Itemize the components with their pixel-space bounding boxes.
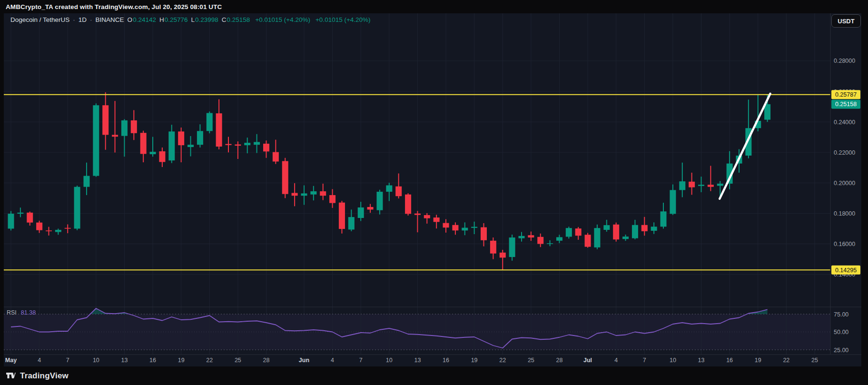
candle[interactable]	[367, 204, 374, 213]
candle[interactable]	[121, 119, 128, 157]
candle[interactable]	[613, 223, 619, 242]
candle[interactable]	[74, 186, 80, 230]
candle[interactable]	[547, 240, 553, 246]
candle[interactable]	[679, 163, 685, 197]
candle[interactable]	[745, 99, 751, 158]
candle[interactable]	[594, 225, 600, 249]
candle[interactable]	[46, 227, 52, 236]
time-axis-label: 16	[443, 357, 449, 364]
candle[interactable]	[424, 213, 430, 224]
candle[interactable]	[481, 223, 487, 247]
candle[interactable]	[518, 232, 524, 242]
candle[interactable]	[462, 222, 468, 235]
candle[interactable]	[8, 211, 14, 231]
candle[interactable]	[178, 128, 184, 162]
candle[interactable]	[348, 209, 355, 231]
footer-bar: TradingView	[0, 366, 868, 385]
candle[interactable]	[140, 131, 147, 162]
candle[interactable]	[17, 207, 23, 217]
candle[interactable]	[537, 234, 543, 247]
candle[interactable]	[55, 228, 61, 235]
candle[interactable]	[500, 250, 506, 270]
candle[interactable]	[395, 173, 402, 198]
candle[interactable]	[244, 138, 250, 153]
candle[interactable]	[301, 185, 307, 205]
candle[interactable]	[708, 166, 714, 191]
chart-canvas[interactable]: 0.280000.260000.240000.220000.200000.180…	[0, 0, 868, 385]
svg-text:0.14295: 0.14295	[835, 267, 857, 274]
candle[interactable]	[292, 183, 298, 206]
candle[interactable]	[632, 220, 638, 239]
candle[interactable]	[254, 134, 260, 153]
candle[interactable]	[575, 227, 582, 240]
time-axis-label: Jun	[299, 357, 309, 364]
candle[interactable]	[197, 124, 203, 148]
candle[interactable]	[603, 220, 610, 232]
candle[interactable]	[414, 211, 421, 232]
candle[interactable]	[698, 177, 704, 192]
candle[interactable]	[310, 186, 316, 200]
time-axis-label: 10	[386, 357, 393, 364]
candle[interactable]	[159, 148, 165, 167]
candle[interactable]	[235, 141, 241, 159]
symbol-name[interactable]: Dogecoin / TetherUS	[10, 16, 69, 23]
candle[interactable]	[556, 235, 562, 243]
candle[interactable]	[216, 99, 222, 149]
candle[interactable]	[207, 111, 213, 133]
candle[interactable]	[36, 221, 42, 233]
candle[interactable]	[509, 235, 515, 261]
candle[interactable]	[329, 189, 335, 207]
candle[interactable]	[339, 201, 345, 234]
candle[interactable]	[585, 233, 591, 247]
candle[interactable]	[102, 92, 108, 150]
time-axis-label: 25	[528, 357, 534, 364]
time-axis-label: 25	[235, 357, 241, 364]
candle[interactable]	[443, 219, 449, 233]
time-axis[interactable]: May4710131619222528Jun4710131619222528Ju…	[5, 357, 818, 364]
candle[interactable]	[386, 183, 392, 201]
candle[interactable]	[320, 184, 326, 200]
candle[interactable]	[358, 202, 364, 221]
candle[interactable]	[434, 215, 440, 228]
candle[interactable]	[641, 217, 648, 236]
candle[interactable]	[471, 222, 477, 234]
candle[interactable]	[689, 173, 695, 195]
rsi-legend[interactable]: RSI 81.38	[7, 309, 36, 316]
candle[interactable]	[452, 222, 458, 235]
candle[interactable]	[168, 125, 175, 163]
candle[interactable]	[27, 212, 33, 226]
candle[interactable]	[566, 227, 572, 238]
currency-toggle-button[interactable]: USDT	[831, 14, 861, 28]
interval-label[interactable]: 1D	[79, 16, 87, 23]
candle[interactable]	[150, 137, 156, 157]
candle[interactable]	[670, 185, 676, 215]
candle[interactable]	[376, 190, 383, 215]
time-axis-label: 19	[471, 357, 478, 364]
candle[interactable]	[83, 163, 89, 195]
candle[interactable]	[263, 140, 269, 158]
tradingview-logo-icon[interactable]	[6, 371, 16, 381]
tradingview-brand-text[interactable]: TradingView	[20, 371, 69, 381]
candle[interactable]	[273, 140, 279, 164]
candle[interactable]	[187, 136, 194, 157]
support-resistance-lines	[4, 95, 830, 270]
candle[interactable]	[661, 203, 667, 228]
symbol-header[interactable]: Dogecoin / TetherUS · 1D · BINANCE O0.24…	[10, 16, 371, 23]
candle[interactable]	[490, 237, 496, 259]
candle[interactable]	[622, 235, 629, 241]
change-absolute-percent: +0.01015 (+4.20%)	[255, 16, 310, 23]
time-axis-label: 22	[499, 357, 506, 364]
attribution-bar: AMBCrypto_TA created with TradingView.co…	[0, 0, 868, 13]
candle[interactable]	[131, 110, 137, 140]
time-axis-label: 16	[149, 357, 156, 364]
candle[interactable]	[112, 101, 118, 152]
svg-text:0.25787: 0.25787	[835, 91, 857, 98]
candle[interactable]	[528, 232, 534, 241]
candle[interactable]	[226, 137, 232, 153]
candle[interactable]	[405, 193, 411, 216]
candle[interactable]	[651, 222, 657, 234]
candle[interactable]	[282, 158, 288, 198]
candle[interactable]	[65, 224, 71, 233]
candle[interactable]	[93, 103, 99, 177]
rsi-indicator-label[interactable]: RSI	[7, 309, 17, 316]
